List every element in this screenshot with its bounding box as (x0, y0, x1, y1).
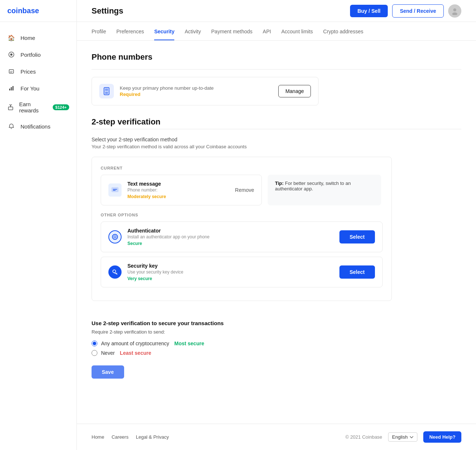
svg-point-3 (10, 53, 12, 56)
authenticator-select-button[interactable]: Select (339, 230, 375, 243)
radio-any-amount-input[interactable] (92, 341, 97, 346)
footer: Home Careers Legal & Privacy © 2021 Coin… (77, 424, 476, 450)
home-icon: 🏠 (7, 34, 15, 42)
svg-point-12 (105, 92, 106, 93)
svg-rect-5 (9, 89, 10, 90)
coinbase-logo: coinbase (7, 7, 39, 15)
phone-divider (92, 69, 461, 70)
remove-button[interactable]: Remove (235, 187, 254, 193)
phone-numbers-title: Phone numbers (92, 52, 461, 62)
radio-any-amount[interactable]: Any amount of cryptocurrency Most secure (92, 341, 392, 346)
sidebar-item-label: Prices (21, 68, 36, 75)
tab-account-limits[interactable]: Account limits (281, 22, 313, 40)
svg-rect-8 (8, 107, 13, 110)
select-desc: Your 2-step verification method is valid… (92, 144, 461, 149)
footer-links: Home Careers Legal & Privacy (92, 434, 169, 440)
transaction-subtitle: Require 2-step verification to send: (92, 329, 392, 335)
sidebar: 🏠 Home Portfolio Prices (0, 22, 77, 450)
radio-never-input[interactable] (92, 350, 97, 356)
footer-legal-link[interactable]: Legal & Privacy (136, 434, 169, 440)
sidebar-item-notifications[interactable]: Notifications (0, 118, 77, 135)
footer-copyright: © 2021 Coinbase (345, 434, 382, 440)
tab-profile[interactable]: Profile (92, 22, 106, 40)
radio-never-label: Never (101, 350, 115, 356)
security-key-security: Very secure (127, 276, 183, 281)
for-you-icon (7, 84, 15, 92)
sidebar-item-prices[interactable]: Prices (0, 63, 77, 80)
authenticator-icon (108, 230, 122, 243)
phone-card-text: Keep your primary phone number up-to-dat… (120, 85, 214, 91)
tab-security[interactable]: Security (154, 22, 174, 40)
sidebar-item-earn-rewards[interactable]: Earn rewards $124+ (0, 97, 77, 118)
notifications-icon (7, 122, 15, 130)
earn-rewards-icon (7, 103, 14, 111)
tab-crypto-addresses[interactable]: Crypto addresses (323, 22, 364, 40)
other-options: OTHER OPTIONS Authenticator Instal (101, 213, 383, 287)
footer-home-link[interactable]: Home (92, 434, 104, 440)
svg-point-19 (112, 234, 118, 239)
sidebar-item-for-you[interactable]: For You (0, 80, 77, 97)
save-button[interactable]: Save (92, 365, 124, 379)
two-step-section: 2-step verification Select your 2-step v… (92, 117, 461, 382)
page-title: Settings (92, 6, 123, 16)
security-key-select-button[interactable]: Select (339, 265, 375, 279)
svg-rect-18 (112, 187, 118, 192)
sidebar-item-label: For You (21, 85, 40, 92)
earn-rewards-badge: $124+ (53, 104, 69, 110)
footer-careers-link[interactable]: Careers (112, 434, 129, 440)
tip-text: For better security, switch to an authen… (275, 181, 351, 191)
sidebar-item-home[interactable]: 🏠 Home (0, 29, 77, 46)
text-message-icon (108, 183, 122, 197)
radio-never[interactable]: Never Least secure (92, 350, 392, 356)
need-help-button[interactable]: Need Help? (423, 431, 461, 443)
svg-point-0 (453, 8, 456, 11)
required-text: Required (120, 92, 214, 97)
security-key-icon (108, 265, 122, 279)
svg-rect-11 (105, 89, 108, 91)
language-label: English (392, 434, 408, 440)
main-area: Profile Preferences Security Activity Pa… (77, 22, 476, 450)
two-step-title: 2-step verification (92, 117, 461, 127)
buy-sell-button[interactable]: Buy / Sell (350, 5, 388, 17)
sidebar-item-portfolio[interactable]: Portfolio (0, 46, 77, 63)
two-step-divider (92, 129, 461, 129)
phone-icon (99, 84, 114, 98)
tab-activity[interactable]: Activity (185, 22, 201, 40)
current-method-security: Moderately secure (127, 194, 229, 199)
svg-point-13 (106, 92, 107, 93)
two-step-card: CURRENT Text message Phone number: Moder… (92, 157, 392, 301)
other-options-label: OTHER OPTIONS (101, 213, 383, 217)
sidebar-item-label: Portfolio (21, 52, 41, 58)
tip-label: Tip: (275, 181, 284, 186)
sidebar-nav: 🏠 Home Portfolio Prices (0, 29, 77, 450)
avatar[interactable] (448, 4, 461, 18)
transaction-title: Use 2-step verification to secure your t… (92, 320, 392, 326)
phone-card: Keep your primary phone number up-to-dat… (92, 77, 319, 105)
svg-point-14 (107, 92, 108, 93)
prices-icon (7, 67, 15, 75)
current-label: CURRENT (101, 166, 383, 170)
security-key-desc: Use your security key device (127, 269, 183, 275)
manage-button[interactable]: Manage (278, 85, 311, 97)
svg-rect-7 (12, 86, 14, 90)
svg-point-17 (107, 93, 108, 94)
svg-rect-6 (11, 87, 12, 90)
current-method-sub: Phone number: (127, 187, 229, 193)
authenticator-security: Secure (127, 241, 209, 246)
sidebar-item-label: Notifications (21, 123, 51, 130)
svg-point-1 (452, 12, 457, 15)
language-selector[interactable]: English (388, 432, 418, 442)
tip-box: Tip: For better security, switch to an a… (268, 175, 381, 205)
tab-api[interactable]: API (263, 22, 271, 40)
sidebar-item-label: Home (21, 35, 35, 41)
send-receive-button[interactable]: Send / Receive (392, 4, 444, 18)
portfolio-icon (7, 51, 15, 59)
select-title: Select your 2-step verification method (92, 137, 461, 142)
authenticator-name: Authenticator (127, 228, 209, 234)
tab-payment-methods[interactable]: Payment methods (211, 22, 253, 40)
tab-preferences[interactable]: Preferences (116, 22, 144, 40)
current-method-box: Text message Phone number: Moderately se… (101, 175, 262, 205)
most-secure-badge: Most secure (174, 341, 204, 346)
svg-point-16 (106, 93, 107, 94)
authenticator-desc: Install an authenticator app on your pho… (127, 234, 209, 239)
